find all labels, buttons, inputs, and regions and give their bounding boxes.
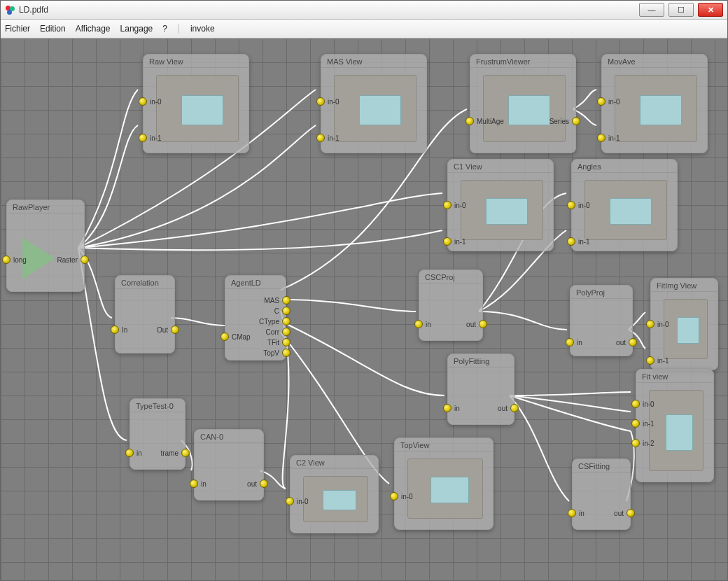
port-in1[interactable]: in-1 — [567, 237, 590, 246]
node-mas-view[interactable]: MAS View in-0 in-1 — [321, 54, 427, 153]
node-c2-view[interactable]: C2 View in-0 — [290, 455, 379, 533]
node-fit-view[interactable]: Fit view in-0 in-1 in-2 — [636, 369, 714, 482]
port-ctype[interactable]: CType — [259, 317, 290, 326]
menubar: Fichier Edition Affichage Langage ? invo… — [1, 20, 727, 38]
menu-edit[interactable]: Edition — [40, 24, 66, 34]
thumbnail — [664, 299, 708, 359]
port-cmap[interactable]: CMap — [220, 332, 251, 341]
close-button[interactable]: ✕ — [698, 3, 723, 17]
node-movave[interactable]: MovAve in-0 in-1 — [601, 54, 708, 153]
thumbnail — [461, 180, 543, 240]
node-title: Fit view — [636, 370, 713, 383]
node-csfitting[interactable]: CSFitting in out — [572, 458, 631, 530]
node-title: CAN-0 — [195, 430, 263, 443]
titlebar[interactable]: LD.pdfd — ☐ ✕ — [1, 1, 727, 20]
node-title: MAS View — [321, 55, 426, 68]
node-title: PolyProj — [570, 286, 632, 299]
port-multiage[interactable]: MultiAge — [465, 117, 504, 125]
port-tfit[interactable]: TFit — [267, 338, 290, 346]
node-cscproj[interactable]: CSCProj in out — [419, 270, 483, 341]
port-in0[interactable]: in-0 — [139, 97, 162, 106]
node-polyfitting[interactable]: PolyFitting in out — [447, 354, 514, 425]
menu-view[interactable]: Affichage — [76, 24, 111, 34]
minimize-button[interactable]: — — [639, 3, 664, 17]
thumbnail — [615, 75, 697, 142]
port-mas[interactable]: MAS — [264, 296, 290, 304]
node-title: FrustrumViewer — [470, 55, 575, 68]
graph-canvas[interactable]: RawPlayer long Raster Raw View in-0 in-1… — [1, 38, 727, 580]
port-in[interactable]: In — [111, 326, 127, 334]
node-title: C1 View — [448, 160, 553, 173]
port-in0[interactable]: in-0 — [597, 97, 620, 106]
node-typetest0[interactable]: TypeTest-0 in trame — [130, 398, 186, 470]
port-in[interactable]: in — [568, 509, 584, 517]
play-icon — [22, 237, 55, 279]
port-out[interactable]: out — [498, 404, 519, 412]
port-long[interactable]: long — [2, 255, 27, 264]
node-c1-view[interactable]: C1 View in-0 in-1 — [447, 159, 554, 251]
port-in0[interactable]: in-0 — [631, 400, 654, 408]
port-topv[interactable]: TopV — [263, 349, 290, 357]
node-title: CSFitting — [573, 459, 630, 472]
port-in[interactable]: in — [566, 338, 582, 346]
port-out[interactable]: out — [466, 320, 487, 328]
port-raster[interactable]: Raster — [57, 255, 89, 264]
port-corr[interactable]: Corr — [266, 328, 290, 336]
node-polyproj[interactable]: PolyProj in out — [570, 285, 633, 356]
node-title: TypeTest-0 — [130, 399, 185, 412]
node-title: C2 View — [290, 456, 378, 469]
menu-invoke[interactable]: invoke — [190, 24, 215, 34]
node-title: CSCProj — [419, 270, 482, 284]
port-in1[interactable]: in-1 — [443, 237, 466, 246]
maximize-button[interactable]: ☐ — [668, 3, 694, 17]
main-window: LD.pdfd — ☐ ✕ Fichier Edition Affichage … — [0, 0, 728, 581]
port-in0[interactable]: in-0 — [286, 497, 309, 505]
port-out[interactable]: out — [616, 338, 637, 346]
node-angles[interactable]: Angles in-0 in-1 — [571, 159, 678, 251]
node-frustrum-viewer[interactable]: FrustrumViewer MultiAge Series — [470, 54, 576, 153]
node-agentld[interactable]: AgentLD CMap MAS C CType Corr TFit TopV — [225, 275, 286, 360]
port-in1[interactable]: in-1 — [646, 356, 669, 365]
port-in0[interactable]: in-0 — [443, 201, 466, 209]
node-title: MovAve — [602, 55, 707, 68]
app-icon — [5, 5, 15, 15]
port-in[interactable]: in — [190, 479, 206, 488]
node-title: Angles — [572, 160, 677, 173]
port-out[interactable]: out — [247, 479, 268, 488]
node-correlation[interactable]: Correlation In Out — [115, 275, 175, 354]
port-trame[interactable]: trame — [160, 449, 190, 457]
port-in0[interactable]: in-0 — [390, 492, 413, 500]
port-in1[interactable]: in-1 — [316, 134, 340, 142]
port-in2[interactable]: in-2 — [631, 439, 654, 447]
port-out[interactable]: Out — [157, 326, 179, 334]
window-title: LD.pdfd — [19, 5, 48, 15]
menu-help[interactable]: ? — [162, 24, 167, 34]
menu-lang[interactable]: Langage — [120, 24, 153, 34]
port-in[interactable]: in — [443, 404, 460, 412]
port-in0[interactable]: in-0 — [646, 320, 669, 328]
node-top-view[interactable]: TopView in-0 — [394, 438, 493, 530]
port-series[interactable]: Series — [550, 117, 580, 125]
node-title: FitImg View — [651, 279, 718, 292]
node-raw-view[interactable]: Raw View in-0 in-1 — [143, 54, 249, 153]
menu-file[interactable]: Fichier — [5, 24, 30, 34]
port-in1[interactable]: in-1 — [597, 134, 620, 142]
node-fitimg-view[interactable]: FitImg View in-0 in-1 — [650, 278, 718, 370]
port-in0[interactable]: in-0 — [316, 97, 340, 106]
port-in1[interactable]: in-1 — [631, 419, 654, 428]
node-title: AgentLD — [225, 276, 286, 289]
thumbnail — [649, 390, 704, 471]
port-out[interactable]: out — [614, 509, 635, 517]
port-in0[interactable]: in-0 — [567, 201, 590, 209]
thumbnail — [156, 75, 239, 142]
port-c[interactable]: C — [274, 307, 290, 315]
node-rawplayer[interactable]: RawPlayer long Raster — [6, 200, 85, 292]
port-in[interactable]: in — [414, 320, 431, 328]
port-in[interactable]: in — [125, 449, 142, 457]
port-in1[interactable]: in-1 — [139, 134, 162, 142]
node-can0[interactable]: CAN-0 in out — [194, 429, 264, 500]
thumbnail — [483, 75, 566, 142]
node-title: Raw View — [144, 55, 248, 68]
node-title: TopView — [395, 438, 493, 451]
thumbnail — [303, 476, 368, 522]
